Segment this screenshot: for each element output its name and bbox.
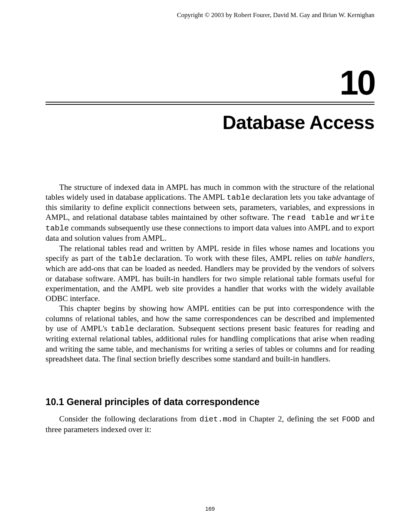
text-span: commands subsequently use these connecti… [46, 223, 374, 243]
body-text: The structure of indexed data in AMPL ha… [46, 182, 374, 434]
chapter-header: 10 Database Access [46, 67, 374, 134]
paragraph-2: The relational tables read and written b… [46, 243, 374, 304]
paragraph-1: The structure of indexed data in AMPL ha… [46, 182, 374, 243]
text-span: Consider the following declarations from [59, 414, 200, 423]
code-span: table [227, 193, 250, 202]
text-span: declaration. To work with these files, A… [142, 254, 326, 263]
italic-span: table handlers [326, 254, 373, 263]
code-span: diet.mod [200, 415, 237, 424]
text-span: in Chapter 2, defining the set [237, 414, 342, 423]
paragraph-3: This chapter begins by showing how AMPL … [46, 303, 374, 364]
page-container: Copyright © 2003 by Robert Fourer, David… [0, 0, 420, 527]
code-span: read table [287, 213, 334, 222]
code-span: table [118, 254, 142, 263]
page-number: 169 [0, 505, 420, 512]
chapter-rule [46, 102, 374, 105]
code-span: table [111, 325, 134, 333]
section-heading: 10.1 General principles of data correspo… [46, 396, 374, 408]
chapter-number: 10 [46, 67, 374, 99]
section-paragraph-1: Consider the following declarations from… [46, 414, 374, 434]
code-span: FOOD [342, 415, 360, 424]
chapter-title: Database Access [46, 112, 374, 134]
copyright-line: Copyright © 2003 by Robert Fourer, David… [177, 11, 374, 19]
text-span: and [334, 213, 351, 222]
